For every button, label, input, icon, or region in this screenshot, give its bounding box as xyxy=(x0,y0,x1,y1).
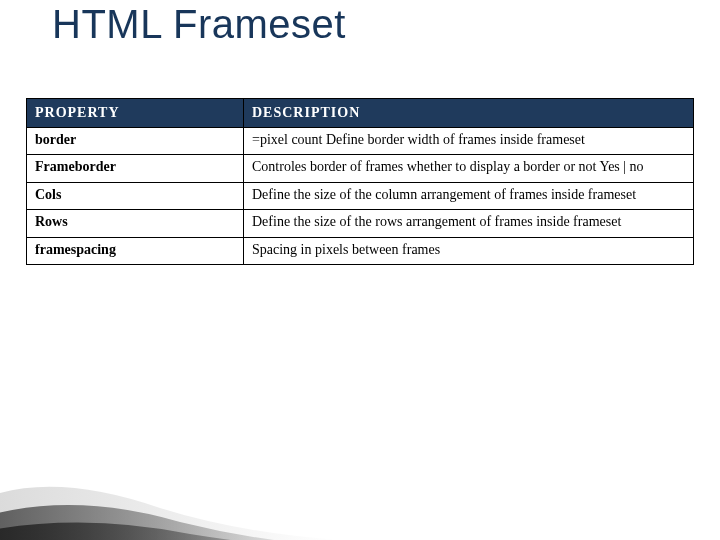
cell-property: Cols xyxy=(27,182,244,210)
table-row: Rows Define the size of the rows arrange… xyxy=(27,210,694,238)
cell-description: Define the size of the column arrangemen… xyxy=(244,182,694,210)
table-header-row: PROPERTY DESCRIPTION xyxy=(27,99,694,128)
cell-description: Spacing in pixels between frames xyxy=(244,237,694,265)
table-row: border =pixel count Define border width … xyxy=(27,127,694,155)
slide: HTML Frameset PROPERTY DESCRIPTION borde… xyxy=(0,0,720,540)
cell-property: border xyxy=(27,127,244,155)
header-description: DESCRIPTION xyxy=(244,99,694,128)
cell-property: framespacing xyxy=(27,237,244,265)
cell-description: Define the size of the rows arrangement … xyxy=(244,210,694,238)
table-row: Frameborder Controles border of frames w… xyxy=(27,155,694,183)
decorative-swoosh xyxy=(0,430,340,540)
table-row: Cols Define the size of the column arran… xyxy=(27,182,694,210)
cell-property: Frameborder xyxy=(27,155,244,183)
cell-description: =pixel count Define border width of fram… xyxy=(244,127,694,155)
property-table: PROPERTY DESCRIPTION border =pixel count… xyxy=(26,98,694,265)
page-title: HTML Frameset xyxy=(52,2,346,47)
table-row: framespacing Spacing in pixels between f… xyxy=(27,237,694,265)
cell-description: Controles border of frames whether to di… xyxy=(244,155,694,183)
header-property: PROPERTY xyxy=(27,99,244,128)
cell-property: Rows xyxy=(27,210,244,238)
